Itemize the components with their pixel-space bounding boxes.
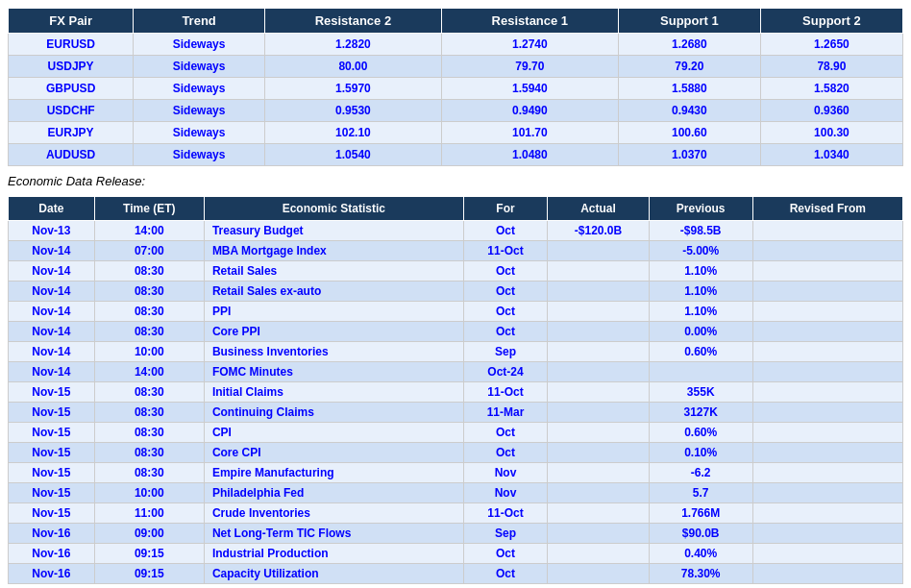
eco-cell	[752, 342, 902, 362]
fx-cell: Sideways	[134, 56, 265, 78]
eco-cell	[752, 524, 902, 544]
eco-row: Nov-1508:30Empire ManufacturingNov-6.2	[9, 463, 903, 483]
eco-cell	[548, 302, 650, 322]
eco-cell: Retail Sales ex-auto	[204, 282, 463, 302]
eco-cell: Nov-13	[9, 221, 95, 241]
fx-cell: 1.0480	[441, 144, 618, 166]
fx-cell: 0.9360	[760, 100, 902, 122]
eco-cell	[752, 221, 902, 241]
eco-row: Nov-1408:30Core PPIOct0.00%	[9, 322, 903, 342]
eco-cell: Nov-15	[9, 423, 95, 443]
eco-cell: 09:15	[94, 544, 204, 564]
main-container: FX PairTrendResistance 2Resistance 1Supp…	[0, 0, 911, 588]
eco-cell	[548, 483, 650, 503]
eco-cell: -$120.0B	[548, 221, 650, 241]
eco-cell: -5.00%	[649, 241, 752, 261]
eco-cell	[752, 483, 902, 503]
eco-cell	[649, 362, 752, 382]
fx-header-cell: Resistance 2	[264, 9, 441, 34]
eco-cell: Retail Sales	[204, 261, 463, 282]
eco-cell: 11:00	[94, 503, 204, 524]
eco-cell: Oct	[463, 261, 547, 282]
eco-cell	[548, 564, 650, 584]
eco-cell	[548, 503, 650, 524]
eco-cell: 1.766M	[649, 503, 752, 524]
fx-cell: 80.00	[264, 56, 441, 78]
eco-cell: Nov-14	[9, 302, 95, 322]
eco-cell: Nov-15	[9, 463, 95, 483]
fx-cell: 79.70	[441, 56, 618, 78]
eco-cell: 355K	[649, 382, 752, 403]
eco-cell	[548, 382, 650, 403]
eco-header-cell: Actual	[548, 197, 650, 221]
eco-cell: Nov	[463, 483, 547, 503]
fx-header-cell: Resistance 1	[441, 9, 618, 34]
fx-header-cell: Trend	[134, 9, 265, 34]
eco-cell	[752, 282, 902, 302]
eco-cell: Nov-15	[9, 443, 95, 463]
eco-row: Nov-1511:00Crude Inventories11-Oct1.766M	[9, 503, 903, 524]
eco-cell: 1.10%	[649, 282, 752, 302]
eco-cell	[548, 443, 650, 463]
eco-cell	[752, 302, 902, 322]
fx-header-cell: Support 1	[618, 9, 760, 34]
eco-cell: 08:30	[94, 443, 204, 463]
eco-header-cell: Revised From	[752, 197, 902, 221]
economic-label: Economic Data Release:	[8, 166, 903, 192]
eco-cell	[752, 382, 902, 403]
eco-cell: 0.60%	[649, 423, 752, 443]
fx-cell: AUDUSD	[9, 144, 134, 166]
eco-cell: 0.10%	[649, 443, 752, 463]
eco-cell: 1.10%	[649, 302, 752, 322]
eco-cell: 07:00	[94, 241, 204, 261]
eco-cell: Nov-15	[9, 503, 95, 524]
eco-cell: Nov-14	[9, 241, 95, 261]
eco-cell: Oct	[463, 564, 547, 584]
eco-cell	[752, 463, 902, 483]
fx-cell: Sideways	[134, 100, 265, 122]
eco-row: Nov-1609:15Industrial ProductionOct0.40%	[9, 544, 903, 564]
eco-cell	[752, 423, 902, 443]
eco-cell: Oct	[463, 282, 547, 302]
eco-cell: Continuing Claims	[204, 403, 463, 423]
eco-cell: Crude Inventories	[204, 503, 463, 524]
fx-cell: 79.20	[618, 56, 760, 78]
fx-cell: EURUSD	[9, 34, 134, 56]
eco-row: Nov-1510:00Philadelphia FedNov5.7	[9, 483, 903, 503]
eco-cell: 1.10%	[649, 261, 752, 282]
fx-cell: 1.5940	[441, 78, 618, 100]
eco-cell	[548, 403, 650, 423]
eco-cell: 08:30	[94, 322, 204, 342]
fx-cell: 0.9530	[264, 100, 441, 122]
eco-cell: 0.60%	[649, 342, 752, 362]
eco-cell: Sep	[463, 342, 547, 362]
eco-header-cell: For	[463, 197, 547, 221]
eco-row: Nov-1609:00Net Long-Term TIC FlowsSep$90…	[9, 524, 903, 544]
eco-cell: Business Inventories	[204, 342, 463, 362]
eco-cell	[548, 463, 650, 483]
fx-cell: Sideways	[134, 122, 265, 144]
eco-cell: 10:00	[94, 342, 204, 362]
eco-cell: 08:30	[94, 261, 204, 282]
eco-cell: Oct	[463, 322, 547, 342]
eco-cell: 08:30	[94, 282, 204, 302]
eco-row: Nov-1410:00Business InventoriesSep0.60%	[9, 342, 903, 362]
eco-cell	[548, 322, 650, 342]
eco-cell: 10:00	[94, 483, 204, 503]
fx-cell: 1.0540	[264, 144, 441, 166]
eco-cell: 11-Oct	[463, 241, 547, 261]
eco-cell: Nov-15	[9, 483, 95, 503]
eco-cell: Nov-14	[9, 322, 95, 342]
eco-cell: 08:30	[94, 403, 204, 423]
eco-cell: Oct	[463, 302, 547, 322]
eco-cell: Nov-16	[9, 524, 95, 544]
eco-cell: PPI	[204, 302, 463, 322]
eco-cell: Oct-24	[463, 362, 547, 382]
eco-cell: 09:00	[94, 524, 204, 544]
eco-cell	[752, 544, 902, 564]
fx-cell: 0.9490	[441, 100, 618, 122]
eco-cell: 14:00	[94, 221, 204, 241]
eco-header-cell: Previous	[649, 197, 752, 221]
eco-cell: Nov-15	[9, 382, 95, 403]
eco-cell: Nov-14	[9, 261, 95, 282]
